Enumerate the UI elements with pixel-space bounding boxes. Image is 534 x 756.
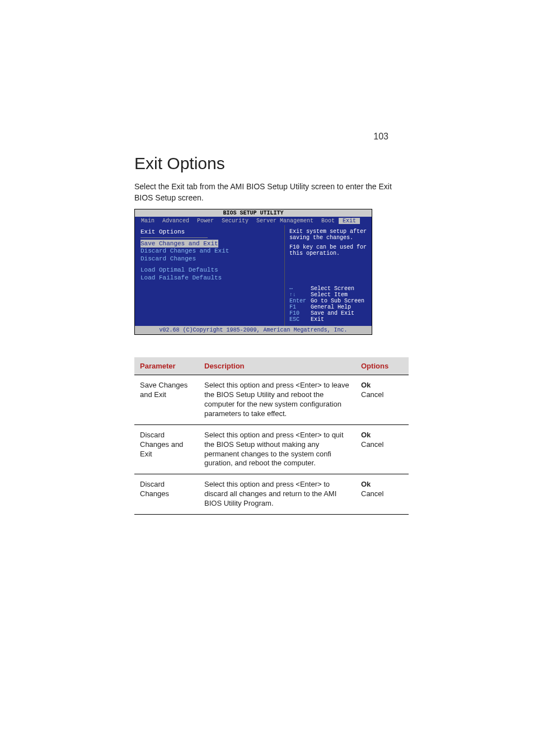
cell-options: Ok Cancel	[355, 375, 409, 425]
option-bold: Ok	[361, 381, 371, 389]
cell-parameter: Save Changes and Exit	[134, 375, 199, 425]
bios-tab-power: Power	[193, 218, 218, 224]
intro-paragraph: Select the Exit tab from the AMI BIOS Se…	[134, 181, 409, 203]
divider	[140, 237, 208, 238]
page-title: Exit Options	[134, 154, 409, 173]
bios-key-legend: ↔Select Screen ↑↓Select Item EnterGo to …	[289, 286, 367, 323]
bios-tab-server-management: Server Management	[252, 218, 317, 224]
bios-left-panel: Exit Options Save Changes and Exit Disca…	[135, 225, 285, 326]
page-content: Exit Options Select the Exit tab from th…	[134, 154, 409, 515]
bios-key-row: F1General Help	[289, 304, 367, 310]
bios-screenshot: BIOS SETUP UTILITY Main Advanced Power S…	[134, 209, 372, 335]
bios-key-key: ↑↓	[289, 292, 311, 298]
bios-item-discard: Discard Changes	[140, 255, 279, 263]
parameter-table: Parameter Description Options Save Chang…	[134, 357, 409, 515]
cell-description: Select this option and press <Enter> to …	[199, 424, 355, 474]
bios-body: Exit Options Save Changes and Exit Disca…	[135, 225, 372, 326]
bios-key-key: F10	[289, 310, 311, 316]
table-row: Discard Changes Select this option and p…	[134, 474, 409, 515]
page-number: 103	[373, 132, 388, 142]
table-header-row: Parameter Description Options	[134, 357, 409, 375]
bios-key-label: Select Item	[311, 292, 348, 298]
bios-window-title: BIOS SETUP UTILITY	[135, 209, 372, 217]
bios-key-key: F1	[289, 304, 311, 310]
table-row: Save Changes and Exit Select this option…	[134, 375, 409, 425]
bios-item-discard-exit: Discard Changes and Exit	[140, 247, 279, 255]
bios-tab-security: Security	[218, 218, 252, 224]
bios-key-label: Save and Exit	[311, 310, 354, 316]
bios-key-row: ↔Select Screen	[289, 286, 367, 292]
option: Cancel	[361, 489, 383, 498]
cell-options: Ok Cancel	[355, 474, 409, 515]
cell-parameter: Discard Changes	[134, 474, 199, 515]
bios-key-row: ↑↓Select Item	[289, 292, 367, 298]
option-bold: Ok	[361, 431, 371, 439]
cell-description: Select this option and press <Enter> to …	[199, 375, 355, 425]
bios-key-row: EnterGo to Sub Screen	[289, 298, 367, 304]
table-header-options: Options	[355, 357, 409, 375]
table-header-description: Description	[199, 357, 355, 375]
bios-tab-advanced: Advanced	[158, 218, 193, 224]
table-row: Discard Changes and Exit Select this opt…	[134, 424, 409, 474]
bios-item-load-optimal: Load Optimal Defaults	[140, 266, 279, 274]
bios-key-key: ↔	[289, 286, 311, 292]
bios-tab-bar: Main Advanced Power Security Server Mana…	[135, 217, 372, 225]
bios-tab-exit: Exit	[339, 218, 360, 224]
cell-parameter: Discard Changes and Exit	[134, 424, 199, 474]
bios-right-panel: Exit system setup after saving the chang…	[285, 225, 372, 326]
bios-key-label: Exit	[311, 316, 324, 323]
bios-key-row: ESCExit	[289, 316, 367, 323]
bios-footer: v02.68 (C)Copyright 1985-2009, American …	[135, 326, 372, 334]
option-bold: Ok	[361, 480, 371, 488]
bios-key-row: F10Save and Exit	[289, 310, 367, 316]
bios-key-label: General Help	[311, 304, 351, 310]
bios-key-key: ESC	[289, 316, 311, 323]
bios-left-header: Exit Options	[140, 228, 279, 235]
bios-help-text: Exit system setup after saving the chang…	[289, 228, 367, 274]
bios-key-label: Go to Sub Screen	[311, 298, 364, 304]
bios-help-line1: Exit system setup after saving the chang…	[289, 228, 367, 241]
bios-tab-boot: Boot	[317, 218, 339, 224]
bios-tab-main: Main	[137, 218, 158, 224]
cell-description: Select this option and press <Enter> to …	[199, 474, 355, 515]
option: Cancel	[361, 440, 383, 449]
bios-item-save-exit: Save Changes and Exit	[140, 240, 279, 247]
bios-help-line2: F10 key can be used for this operation.	[289, 244, 367, 256]
table-header-parameter: Parameter	[134, 357, 199, 375]
cell-options: Ok Cancel	[355, 424, 409, 474]
option: Cancel	[361, 390, 383, 399]
bios-key-key: Enter	[289, 298, 311, 304]
bios-item-load-failsafe: Load Failsafe Defaults	[140, 274, 279, 282]
bios-key-label: Select Screen	[311, 286, 354, 292]
